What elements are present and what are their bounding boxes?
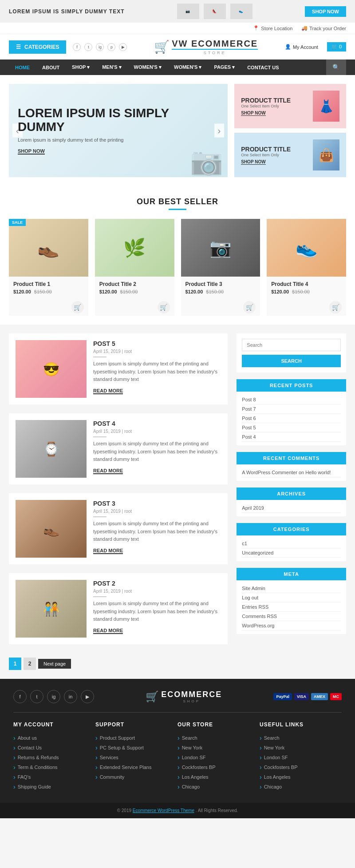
meta-log-out[interactable]: Log out	[242, 593, 341, 602]
footer-facebook-icon[interactable]: f	[13, 690, 27, 703]
instagram-icon[interactable]: ig	[96, 43, 104, 51]
footer-faqs[interactable]: FAQ's	[13, 772, 89, 782]
post5-image: 😎	[16, 340, 87, 398]
my-account-link[interactable]: 👤 My Account	[285, 44, 318, 50]
amex-icon: AMEX	[311, 693, 328, 700]
footer-los-angeles[interactable]: Los Angeles	[178, 772, 253, 782]
sidebar-search-input[interactable]	[242, 339, 341, 351]
category-c1[interactable]: c1	[242, 539, 341, 548]
page-1-button[interactable]: 1	[9, 658, 21, 670]
footer-chicago[interactable]: Chicago	[178, 782, 253, 792]
meta-comments-rss[interactable]: Comments RSS	[242, 612, 341, 621]
footer-terms[interactable]: Term & Conditions	[13, 762, 89, 772]
pagination: 1 2 Next page	[0, 653, 355, 679]
footer-contact-us[interactable]: Contact Us	[13, 743, 89, 753]
recent-comments-widget: RECENT COMMENTS A WordPress Commenter on…	[237, 452, 346, 481]
post2-read-more[interactable]: READ MORE	[93, 628, 123, 634]
footer-col-support: SUPPORT Product Support PC Setup & Suppo…	[95, 721, 178, 792]
add-to-cart-1[interactable]: 🛒	[71, 301, 84, 313]
meta-wordpress-org[interactable]: WordPress.org	[242, 621, 341, 630]
hero-card2-link[interactable]: SHOP NOW	[241, 159, 265, 165]
add-to-cart-3[interactable]: 🛒	[243, 301, 256, 313]
products-grid: SALE 👞 Product Title 1 $120.00 $150.00 🛒…	[0, 219, 355, 325]
track-order[interactable]: 🚚 Track your Order	[301, 25, 346, 31]
archive-april-2019[interactable]: April 2019	[242, 503, 341, 513]
footer-services[interactable]: Services	[95, 753, 171, 762]
footer-pc-setup[interactable]: PC Setup & Support	[95, 743, 171, 753]
sidebar-search-widget: SEARCH	[237, 333, 346, 373]
footer-useful-search[interactable]: Search	[260, 733, 335, 743]
header-right: 👤 My Account 🛒 0	[285, 42, 346, 52]
footer-about-us[interactable]: About us	[13, 733, 89, 743]
post5-read-more[interactable]: READ MORE	[93, 388, 123, 394]
recent-post-5[interactable]: Post 5	[242, 423, 341, 432]
meta-site-admin[interactable]: Site Admin	[242, 584, 341, 593]
nav-shop[interactable]: SHOP ▾	[66, 60, 96, 75]
footer-store-search[interactable]: Search	[178, 733, 253, 743]
product-card-3[interactable]: 📷 Product Title 3 $120.00 $150.00 🛒	[181, 219, 260, 316]
hamburger-icon: ☰	[16, 44, 21, 50]
post3-title: POST 3	[93, 500, 221, 507]
recent-post-8[interactable]: Post 8	[242, 395, 341, 404]
footer-extended-service[interactable]: Extended Service Plans	[95, 762, 171, 772]
footer-community[interactable]: Community	[95, 772, 171, 782]
nav-pages[interactable]: PAGES ▾	[208, 60, 241, 75]
add-to-cart-2[interactable]: 🛒	[158, 301, 170, 313]
twitter-icon[interactable]: t	[84, 43, 92, 51]
footer-cockfosters-bp[interactable]: Cockfosters BP	[178, 762, 253, 772]
sidebar-search-button[interactable]: SEARCH	[242, 355, 341, 367]
footer-support-title: SUPPORT	[95, 721, 171, 728]
nav-about[interactable]: ABOUT	[36, 60, 66, 75]
footer-logo[interactable]: 🛒 ECOMMERCE SHOP	[146, 690, 222, 703]
footer-theme-link[interactable]: Ecommerce WordPress Theme	[133, 808, 194, 813]
category-uncategorized[interactable]: Uncategorized	[242, 548, 341, 558]
pinterest-icon[interactable]: p	[107, 43, 115, 51]
footer-london-sf[interactable]: London SF	[178, 753, 253, 762]
footer-linkedin-icon[interactable]: in	[64, 690, 77, 703]
footer-returns[interactable]: Returns & Refunds	[13, 753, 89, 762]
footer-useful-london-sf[interactable]: London SF	[260, 753, 335, 762]
product-price-4: $120.00 $150.00	[271, 289, 342, 294]
youtube-icon[interactable]: ▶	[119, 43, 127, 51]
footer-youtube-icon[interactable]: ▶	[81, 690, 94, 703]
footer-useful-new-york[interactable]: New York	[260, 743, 335, 753]
store-location[interactable]: 📍 Store Location	[253, 25, 292, 31]
recent-post-6[interactable]: Post 6	[242, 414, 341, 423]
top-banner-shop-now-button[interactable]: SHOP NOW	[305, 6, 346, 17]
facebook-icon[interactable]: f	[73, 43, 81, 51]
post3-read-more[interactable]: READ MORE	[93, 548, 123, 554]
recent-post-4[interactable]: Post 4	[242, 432, 341, 442]
nav-womens1[interactable]: WOMEN'S ▾	[128, 60, 168, 75]
footer-new-york[interactable]: New York	[178, 743, 253, 753]
footer-useful-cockfosters-bp[interactable]: Cockfosters BP	[260, 762, 335, 772]
nav-womens2[interactable]: WOMEN'S ▾	[168, 60, 208, 75]
nav-contact[interactable]: CONTACT US	[241, 60, 285, 75]
post4-read-more[interactable]: READ MORE	[93, 468, 123, 474]
recent-post-7[interactable]: Post 7	[242, 404, 341, 414]
product-card-2[interactable]: 🌿 Product Title 2 $120.00 $150.00 🛒	[95, 219, 174, 316]
page-2-button[interactable]: 2	[24, 658, 36, 670]
content-area: 😎 POST 5 April 15, 2019 | root Lorem ips…	[0, 325, 355, 653]
nav-search-button[interactable]: 🔍	[326, 59, 346, 75]
footer-useful-los-angeles[interactable]: Los Angeles	[260, 772, 335, 782]
product-card-1[interactable]: SALE 👞 Product Title 1 $120.00 $150.00 🛒	[9, 219, 88, 316]
meta-entries-rss[interactable]: Entries RSS	[242, 602, 341, 612]
footer-useful-chicago[interactable]: Chicago	[260, 782, 335, 792]
post3-text: Lorem ipsum is simply dummy text of the …	[93, 520, 221, 543]
footer-instagram-icon[interactable]: ig	[47, 690, 60, 703]
footer-product-support[interactable]: Product Support	[95, 733, 171, 743]
nav-mens[interactable]: MEN'S ▾	[96, 60, 127, 75]
nav-home[interactable]: HOME	[9, 60, 36, 75]
hero-card1-link[interactable]: SHOP NOW	[241, 111, 265, 116]
product-title-2: Product Title 2	[99, 281, 170, 287]
recent-comment-1[interactable]: A WordPress Commenter on Hello world!	[242, 468, 341, 477]
cart-button[interactable]: 🛒 0	[327, 42, 346, 52]
product-card-4[interactable]: 👟 Product Title 4 $120.00 $150.00 🛒	[267, 219, 346, 316]
footer-twitter-icon[interactable]: t	[30, 690, 43, 703]
footer-shipping[interactable]: Shipping Guide	[13, 782, 89, 792]
categories-button[interactable]: ☰ CATEGORIES	[9, 40, 66, 54]
hero-shop-now[interactable]: SHOP NOW	[18, 148, 45, 155]
next-page-button[interactable]: Next page	[38, 659, 71, 669]
add-to-cart-4[interactable]: 🛒	[329, 301, 342, 313]
site-logo[interactable]: 🛒 VW ECOMMERCE STORE	[154, 39, 258, 55]
